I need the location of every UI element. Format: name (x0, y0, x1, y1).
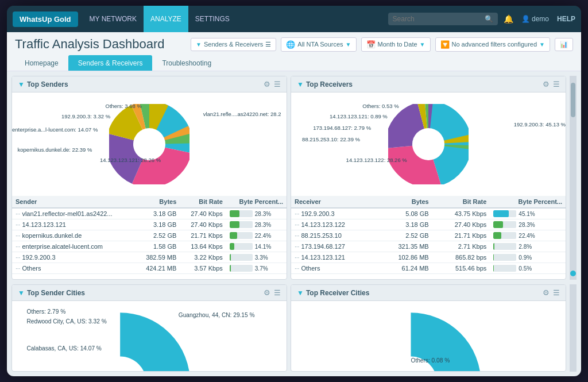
filter-icon: 🔽 (440, 40, 450, 49)
row-dots-r: ··· 14.123.123.121 (291, 252, 377, 263)
svg-text:Others: 2.79 %: Others: 2.79 % (27, 308, 66, 315)
table-row: ··· Others 61.24 MB 515.46 bps 0.5% (291, 263, 566, 274)
row-dots: ··· 14.123.123.121 (12, 219, 136, 230)
gear-icon-sc[interactable]: ⚙ (264, 288, 270, 297)
sender-cities-chart: Others: 2.79 % Redwood City, CA, US: 3.3… (12, 301, 287, 371)
receiver-cities-chart: Others: 0.08 % (291, 301, 566, 371)
cell-bitrate-r: 515.46 bps (432, 263, 490, 274)
app-logo[interactable]: WhatsUp Gold (13, 11, 78, 27)
cell-pct: 3.3% (226, 252, 287, 263)
cell-pct: 28.3% (226, 208, 287, 219)
scrollbar[interactable] (570, 76, 577, 280)
svg-text:Guangzhou, 44, CN: 29.15 %: Guangzhou, 44, CN: 29.15 % (179, 312, 255, 318)
tab-homepage[interactable]: Homepage (15, 55, 68, 71)
cell-pct: 22.4% (226, 230, 287, 241)
sender-cities-title: ▼ Top Sender Cities (18, 289, 85, 297)
top-receivers-title: ▼ Top Receivers (297, 80, 353, 88)
list-icon[interactable]: ☰ (274, 80, 281, 88)
sources-btn[interactable]: 🌐 All NTA Sources ▼ (281, 37, 356, 52)
scroll-indicator (570, 271, 576, 276)
screen: WhatsUp Gold MY NETWORK ANALYZE SETTINGS… (7, 6, 581, 376)
main-content: ▼ Top Senders ⚙ ☰ (7, 71, 581, 376)
cell-bitrate: 13.64 Kbps (180, 241, 226, 252)
label-kopernikus-s: kopernikus.dunkel.de: 22.39 % (18, 146, 92, 153)
tab-troubleshooting[interactable]: Troubleshooting (152, 55, 221, 71)
cell-bitrate: 3.57 Kbps (180, 263, 226, 274)
senders-receivers-btn[interactable]: ▼ Senders & Receivers ☰ (191, 38, 276, 51)
panel-actions: ⚙ ☰ (264, 80, 281, 88)
gear-icon-rc[interactable]: ⚙ (543, 288, 550, 297)
list-icon-r[interactable]: ☰ (553, 80, 560, 88)
scrollbar-thumb[interactable] (571, 83, 575, 117)
chevron-icon: ▼ (18, 80, 25, 88)
receiver-cities-header: ▼ Top Receiver Cities ⚙ ☰ (291, 285, 566, 301)
col-sender: Sender (12, 196, 136, 208)
scrollbar-bottom (570, 284, 577, 372)
cell-pct-r: 22.4% (490, 230, 566, 241)
sub-header: Traffic Analysis Dashboard ▼ Senders & R… (7, 32, 581, 71)
search-input[interactable] (393, 15, 485, 23)
row-dots: ··· vlan21.reflector-mel01.as2422... (12, 208, 136, 219)
cell-pct: 28.3% (226, 219, 287, 230)
cell-bitrate: 27.40 Kbps (180, 208, 226, 219)
row-dots-r: ··· 88.215.253.10 (291, 230, 377, 241)
senders-table-wrapper: Sender Bytes Bit Rate Byte Percent... ··… (12, 196, 287, 279)
chart-btn[interactable]: 📊 (555, 38, 573, 51)
globe-icon: 🌐 (286, 40, 295, 49)
sub-header-controls: ▼ Senders & Receivers ☰ 🌐 All NTA Source… (191, 37, 573, 52)
top-senders-body: Others: 3.68 % 192.9.200.3: 3.32 % enter… (12, 92, 287, 279)
top-sender-cities-panel: ▼ Top Sender Cities ⚙ ☰ (11, 284, 287, 372)
label-14123-s: 14.123.123.121: 28.26 % (100, 157, 161, 163)
help-link[interactable]: HELP (557, 15, 575, 23)
svg-text:Others: 0.08 %: Others: 0.08 % (411, 357, 450, 364)
nav-settings[interactable]: SETTINGS (188, 6, 237, 32)
chevron-down-icon-4: ▼ (539, 41, 545, 48)
receivers-table: Receiver Bytes Bit Rate Byte Percent... … (291, 196, 566, 274)
cell-bytes-r: 61.24 MB (377, 263, 432, 274)
search-icon[interactable]: 🔍 (485, 15, 493, 23)
top-receivers-panel: ▼ Top Receivers ⚙ ☰ (291, 76, 566, 280)
filters-btn[interactable]: 🔽 No advanced filters configured ▼ (435, 37, 551, 52)
row-dots: ··· enterprise.alcatel-lucent.com (12, 241, 136, 252)
bar-chart-icon: 📊 (560, 41, 568, 48)
cell-bytes-r: 321.35 MB (377, 241, 432, 252)
table-row: ··· 14.123.123.121 3.18 GB 27.40 Kbps 28… (12, 219, 287, 230)
chevron-down-icon: ▼ (196, 41, 202, 48)
cell-bitrate-r: 2.71 Kbps (432, 241, 490, 252)
list-icon-sc[interactable]: ☰ (274, 288, 281, 297)
nav-analyze[interactable]: ANALYZE (144, 6, 188, 32)
cell-bitrate-r: 27.40 Kbps (432, 219, 490, 230)
cell-pct-r: 0.9% (490, 252, 566, 263)
sender-cities-actions: ⚙ ☰ (264, 288, 281, 297)
cell-bytes-r: 5.08 GB (377, 208, 432, 219)
cell-pct-r: 45.1% (490, 208, 566, 219)
label-vlan-s: vlan21.refle....as24220.net: 28.2 (203, 111, 281, 117)
user-menu[interactable]: 👤 demo (521, 15, 549, 23)
cell-bitrate: 27.40 Kbps (180, 219, 226, 230)
tab-senders-receivers[interactable]: Senders & Receivers (68, 55, 153, 71)
gear-icon[interactable]: ⚙ (264, 80, 270, 88)
top-receivers-body: Others: 0.53 % 14.123.123.121: 0.89 % 17… (291, 92, 566, 279)
svg-text:Redwood City, CA, US: 3.32 %: Redwood City, CA, US: 3.32 % (27, 318, 107, 325)
nav-my-network[interactable]: MY NETWORK (83, 6, 144, 32)
label-others-r: Others: 0.53 % (362, 103, 399, 109)
col-bytepct-r: Byte Percent... (490, 196, 566, 208)
list-icon-rc[interactable]: ☰ (553, 288, 560, 297)
cell-bitrate-r: 865.82 bps (432, 252, 490, 263)
label-192-s: 192.9.200.3: 3.32 % (61, 113, 110, 119)
table-row: ··· kopernikus.dunkel.de 2.52 GB 21.71 K… (12, 230, 287, 241)
cell-bitrate-r: 43.75 Kbps (432, 208, 490, 219)
sender-cities-pie: Others: 2.79 % Redwood City, CA, US: 3.3… (12, 301, 287, 371)
table-row: ··· Others 424.21 MB 3.57 Kbps 3.7% (12, 263, 287, 274)
bottom-panels-row: ▼ Top Sender Cities ⚙ ☰ (7, 284, 581, 376)
calendar-icon: 📅 (366, 40, 376, 49)
menu-icon: ☰ (265, 41, 271, 48)
cell-bytes: 3.18 GB (136, 219, 180, 230)
gear-icon-r[interactable]: ⚙ (543, 80, 550, 88)
date-range-btn[interactable]: 📅 Month to Date ▼ (361, 37, 431, 52)
bell-icon[interactable]: 🔔 (504, 14, 513, 24)
top-senders-title: ▼ Top Senders (18, 80, 68, 88)
senders-chart-labels: Others: 3.68 % 192.9.200.3: 3.32 % enter… (12, 92, 287, 196)
receivers-chart-labels: Others: 0.53 % 14.123.123.121: 0.89 % 17… (291, 92, 566, 196)
table-row: ··· 14.123.123.122 3.18 GB 27.40 Kbps 28… (291, 219, 566, 230)
